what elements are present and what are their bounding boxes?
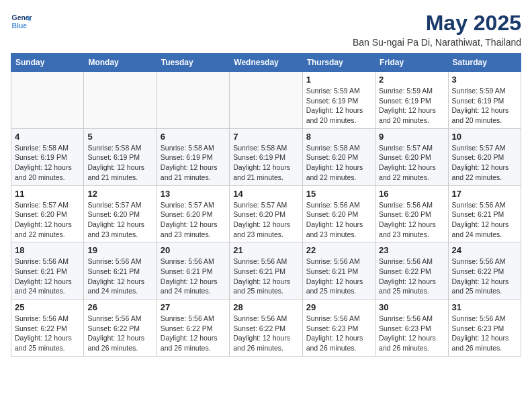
day-info: Sunrise: 5:56 AM Sunset: 6:23 PM Dayligh…: [379, 314, 444, 353]
day-number: 15: [306, 189, 371, 199]
day-info: Sunrise: 5:58 AM Sunset: 6:19 PM Dayligh…: [87, 143, 152, 183]
day-number: 23: [379, 245, 444, 255]
calendar: SundayMondayTuesdayWednesdayThursdayFrid…: [11, 53, 521, 357]
calendar-cell: 9Sunrise: 5:57 AM Sunset: 6:20 PM Daylig…: [375, 128, 448, 185]
day-number: 21: [233, 245, 298, 255]
day-number: 10: [452, 132, 517, 142]
header: General Blue May 2025 Ban Su-ngai Pa Di,…: [11, 11, 521, 48]
day-number: 25: [15, 302, 80, 312]
title-area: May 2025 Ban Su-ngai Pa Di, Narathiwat, …: [353, 11, 521, 48]
calendar-cell: 1Sunrise: 5:59 AM Sunset: 6:19 PM Daylig…: [302, 72, 375, 129]
day-info: Sunrise: 5:56 AM Sunset: 6:21 PM Dayligh…: [452, 200, 517, 240]
calendar-cell: 2Sunrise: 5:59 AM Sunset: 6:19 PM Daylig…: [375, 72, 448, 129]
calendar-cell: 4Sunrise: 5:58 AM Sunset: 6:19 PM Daylig…: [11, 128, 84, 185]
day-number: 7: [233, 132, 298, 142]
day-info: Sunrise: 5:57 AM Sunset: 6:20 PM Dayligh…: [379, 143, 444, 183]
day-info: Sunrise: 5:56 AM Sunset: 6:20 PM Dayligh…: [306, 200, 371, 240]
calendar-cell: 16Sunrise: 5:56 AM Sunset: 6:20 PM Dayli…: [375, 185, 448, 242]
day-info: Sunrise: 5:56 AM Sunset: 6:21 PM Dayligh…: [306, 257, 371, 296]
day-number: 30: [379, 302, 444, 312]
week-row-3: 11Sunrise: 5:57 AM Sunset: 6:20 PM Dayli…: [11, 185, 521, 242]
day-number: 9: [379, 132, 444, 142]
calendar-cell: [230, 72, 302, 129]
weekday-row: SundayMondayTuesdayWednesdayThursdayFrid…: [11, 54, 521, 72]
day-info: Sunrise: 5:56 AM Sunset: 6:21 PM Dayligh…: [233, 257, 298, 296]
day-number: 31: [452, 302, 517, 312]
day-info: Sunrise: 5:59 AM Sunset: 6:19 PM Dayligh…: [306, 86, 371, 126]
day-info: Sunrise: 5:56 AM Sunset: 6:22 PM Dayligh…: [379, 257, 444, 296]
weekday-header-wednesday: Wednesday: [230, 54, 302, 72]
weekday-header-monday: Monday: [84, 54, 157, 72]
calendar-cell: [157, 72, 229, 129]
day-number: 28: [233, 302, 298, 312]
weekday-header-sunday: Sunday: [11, 54, 84, 72]
day-info: Sunrise: 5:58 AM Sunset: 6:19 PM Dayligh…: [161, 143, 226, 183]
day-info: Sunrise: 5:56 AM Sunset: 6:21 PM Dayligh…: [87, 257, 152, 296]
day-number: 4: [15, 132, 80, 142]
day-number: 12: [87, 189, 152, 199]
calendar-cell: 23Sunrise: 5:56 AM Sunset: 6:22 PM Dayli…: [375, 242, 448, 300]
calendar-body: 1Sunrise: 5:59 AM Sunset: 6:19 PM Daylig…: [11, 72, 521, 357]
calendar-cell: 3Sunrise: 5:59 AM Sunset: 6:19 PM Daylig…: [448, 72, 521, 129]
day-info: Sunrise: 5:57 AM Sunset: 6:20 PM Dayligh…: [452, 143, 517, 183]
calendar-cell: 18Sunrise: 5:56 AM Sunset: 6:21 PM Dayli…: [11, 242, 84, 300]
calendar-cell: 20Sunrise: 5:56 AM Sunset: 6:21 PM Dayli…: [157, 242, 229, 300]
calendar-cell: [84, 72, 157, 129]
calendar-header: SundayMondayTuesdayWednesdayThursdayFrid…: [11, 54, 521, 72]
day-info: Sunrise: 5:56 AM Sunset: 6:21 PM Dayligh…: [15, 257, 80, 296]
day-number: 22: [306, 245, 371, 255]
day-info: Sunrise: 5:58 AM Sunset: 6:19 PM Dayligh…: [233, 143, 298, 183]
week-row-2: 4Sunrise: 5:58 AM Sunset: 6:19 PM Daylig…: [11, 128, 521, 185]
day-number: 11: [15, 189, 80, 199]
day-number: 29: [306, 302, 371, 312]
day-info: Sunrise: 5:56 AM Sunset: 6:21 PM Dayligh…: [161, 257, 226, 296]
day-number: 27: [161, 302, 226, 312]
day-info: Sunrise: 5:56 AM Sunset: 6:20 PM Dayligh…: [379, 200, 444, 240]
day-info: Sunrise: 5:58 AM Sunset: 6:20 PM Dayligh…: [306, 143, 371, 183]
calendar-cell: [11, 72, 84, 129]
calendar-cell: 30Sunrise: 5:56 AM Sunset: 6:23 PM Dayli…: [375, 300, 448, 357]
day-number: 13: [161, 189, 226, 199]
day-number: 17: [452, 189, 517, 199]
day-number: 19: [87, 245, 152, 255]
calendar-cell: 24Sunrise: 5:56 AM Sunset: 6:22 PM Dayli…: [448, 242, 521, 300]
calendar-cell: 22Sunrise: 5:56 AM Sunset: 6:21 PM Dayli…: [302, 242, 375, 300]
day-number: 8: [306, 132, 371, 142]
day-number: 24: [452, 245, 517, 255]
day-number: 2: [379, 75, 444, 85]
calendar-cell: 7Sunrise: 5:58 AM Sunset: 6:19 PM Daylig…: [230, 128, 302, 185]
day-info: Sunrise: 5:56 AM Sunset: 6:22 PM Dayligh…: [452, 257, 517, 296]
subtitle: Ban Su-ngai Pa Di, Narathiwat, Thailand: [353, 37, 521, 48]
weekday-header-thursday: Thursday: [302, 54, 375, 72]
day-number: 6: [161, 132, 226, 142]
day-info: Sunrise: 5:57 AM Sunset: 6:20 PM Dayligh…: [161, 200, 226, 240]
calendar-cell: 21Sunrise: 5:56 AM Sunset: 6:21 PM Dayli…: [230, 242, 302, 300]
day-number: 20: [161, 245, 226, 255]
calendar-cell: 12Sunrise: 5:57 AM Sunset: 6:20 PM Dayli…: [84, 185, 157, 242]
day-number: 26: [87, 302, 152, 312]
calendar-cell: 13Sunrise: 5:57 AM Sunset: 6:20 PM Dayli…: [157, 185, 229, 242]
day-info: Sunrise: 5:56 AM Sunset: 6:22 PM Dayligh…: [15, 314, 80, 353]
day-info: Sunrise: 5:57 AM Sunset: 6:20 PM Dayligh…: [233, 200, 298, 240]
calendar-cell: 17Sunrise: 5:56 AM Sunset: 6:21 PM Dayli…: [448, 185, 521, 242]
day-number: 3: [452, 75, 517, 85]
calendar-cell: 10Sunrise: 5:57 AM Sunset: 6:20 PM Dayli…: [448, 128, 521, 185]
day-info: Sunrise: 5:56 AM Sunset: 6:23 PM Dayligh…: [306, 314, 371, 353]
weekday-header-saturday: Saturday: [448, 54, 521, 72]
calendar-cell: 25Sunrise: 5:56 AM Sunset: 6:22 PM Dayli…: [11, 300, 84, 357]
day-info: Sunrise: 5:56 AM Sunset: 6:22 PM Dayligh…: [233, 314, 298, 353]
calendar-cell: 26Sunrise: 5:56 AM Sunset: 6:22 PM Dayli…: [84, 300, 157, 357]
main-title: May 2025: [353, 11, 521, 36]
calendar-cell: 11Sunrise: 5:57 AM Sunset: 6:20 PM Dayli…: [11, 185, 84, 242]
logo-icon: General Blue: [11, 11, 32, 32]
day-number: 18: [15, 245, 80, 255]
calendar-cell: 14Sunrise: 5:57 AM Sunset: 6:20 PM Dayli…: [230, 185, 302, 242]
calendar-cell: 5Sunrise: 5:58 AM Sunset: 6:19 PM Daylig…: [84, 128, 157, 185]
logo: General Blue: [11, 11, 32, 32]
day-number: 1: [306, 75, 371, 85]
calendar-cell: 19Sunrise: 5:56 AM Sunset: 6:21 PM Dayli…: [84, 242, 157, 300]
week-row-5: 25Sunrise: 5:56 AM Sunset: 6:22 PM Dayli…: [11, 300, 521, 357]
day-number: 14: [233, 189, 298, 199]
day-info: Sunrise: 5:58 AM Sunset: 6:19 PM Dayligh…: [15, 143, 80, 183]
day-number: 5: [87, 132, 152, 142]
